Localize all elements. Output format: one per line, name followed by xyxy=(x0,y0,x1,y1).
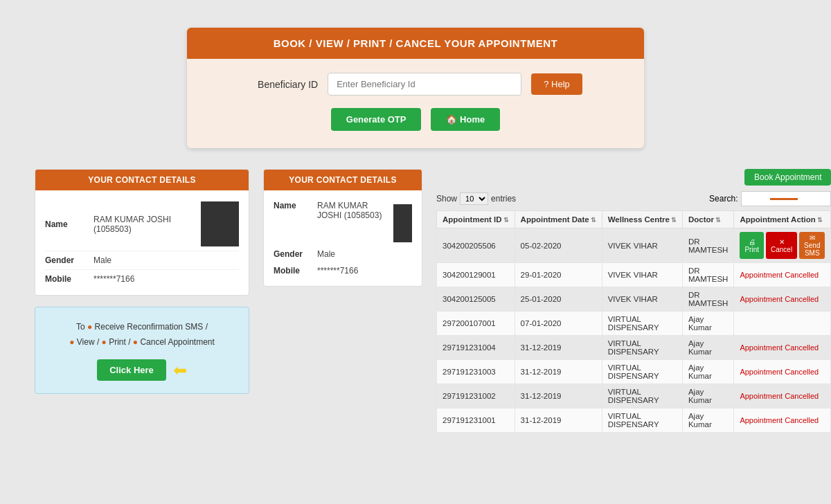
beneficiary-label: Beneficiary ID xyxy=(249,79,318,90)
cell-doctor: Ajay Kumar xyxy=(682,384,734,408)
page-title: BOOK / VIEW / PRINT / CANCEL YOUR APPOIN… xyxy=(187,28,644,59)
cell-appt-id: 297191231001 xyxy=(437,408,515,433)
photo-placeholder xyxy=(201,201,239,246)
contact-card-middle: YOUR CONTACT DETAILS Name RAM KUMAR JOSH… xyxy=(263,169,422,287)
contact-card-middle-body: Name RAM KUMAR JOSHI (1058503) Gender Ma… xyxy=(264,190,422,286)
cell-doctor: Ajay Kumar xyxy=(682,312,734,336)
photo-placeholder2 xyxy=(393,204,412,242)
action-buttons: Generate OTP 🏠 Home xyxy=(208,108,623,131)
home-button[interactable]: 🏠 Home xyxy=(431,108,500,131)
cell-appt-date: 07-01-2020 xyxy=(515,312,602,336)
cell-doctor: Ajay Kumar xyxy=(682,408,734,433)
table-row: 297191231003 31-12-2019 VIRTUAL DISPENSA… xyxy=(437,360,831,384)
cell-appt-date: 05-02-2020 xyxy=(515,228,602,263)
accent-line xyxy=(770,198,798,200)
table-row: 297191231001 31-12-2019 VIRTUAL DISPENSA… xyxy=(437,408,831,433)
status-cancelled: Appointment Cancelled xyxy=(740,416,819,424)
cell-action: Appointment Cancelled xyxy=(734,263,831,287)
cell-appt-date: 31-12-2019 xyxy=(515,384,602,408)
cell-action: Appointment Cancelled xyxy=(734,408,831,433)
cell-appt-id: 297191231004 xyxy=(437,336,515,360)
sms-box: To ● Receive Reconfirmation SMS / ● View… xyxy=(35,307,249,394)
send-sms-button[interactable]: ✉ Send SMS xyxy=(799,232,825,259)
cell-appt-date: 31-12-2019 xyxy=(515,336,602,360)
cell-doctor: DR MAMTESH xyxy=(682,228,734,263)
cell-appt-id: 304200129001 xyxy=(437,263,515,287)
print-button[interactable]: 🖨 Print xyxy=(740,232,764,259)
cell-wellness: VIRTUAL DISPENSARY xyxy=(602,384,682,408)
click-here-button[interactable]: Click Here xyxy=(97,359,166,381)
mobile-label2: Mobile xyxy=(274,266,312,276)
contact-card-left: YOUR CONTACT DETAILS Name RAM KUMAR JOSH… xyxy=(35,169,249,296)
cell-wellness: VIVEK VIHAR xyxy=(602,287,682,312)
cell-appt-id: 304200205506 xyxy=(437,228,515,263)
cell-wellness: VIRTUAL DISPENSARY xyxy=(602,336,682,360)
generate-otp-button[interactable]: Generate OTP xyxy=(331,108,422,131)
cell-action: Appointment Cancelled xyxy=(734,360,831,384)
contact-row2-name: Name RAM KUMAR JOSHI (1058503) xyxy=(274,197,412,246)
mobile-value2: *******7166 xyxy=(317,266,358,276)
beneficiary-row: Beneficiary ID ? Help xyxy=(208,73,623,96)
appointments-table: Appointment ID⇅ Appointment Date⇅ Wellne… xyxy=(436,210,831,433)
table-row: 297191231002 31-12-2019 VIRTUAL DISPENSA… xyxy=(437,384,831,408)
right-panel: Book Appointment Show 10 25 50 entries S… xyxy=(436,169,831,433)
book-appt-bar: Book Appointment xyxy=(436,169,831,186)
col-wellness: Wellness Centre⇅ xyxy=(602,211,682,228)
cell-doctor: DR MAMTESH xyxy=(682,263,734,287)
entries-select[interactable]: 10 25 50 xyxy=(460,192,488,205)
col-doctor: Doctor⇅ xyxy=(682,211,734,228)
name-label2: Name xyxy=(274,201,312,210)
book-appointment-button[interactable]: Book Appointment xyxy=(744,169,831,186)
contact-row-gender: Gender Male xyxy=(45,251,239,270)
cell-action: 🖨 Print ✕ Cancel ✉ Send SMS xyxy=(734,228,831,263)
contact-row-mobile: Mobile *******7166 xyxy=(45,270,239,288)
cell-action: Appointment Cancelled xyxy=(734,384,831,408)
left-panel: YOUR CONTACT DETAILS Name RAM KUMAR JOSH… xyxy=(35,169,249,433)
sms-text: To ● Receive Reconfirmation SMS / ● View… xyxy=(46,320,238,350)
cell-wellness: VIRTUAL DISPENSARY xyxy=(602,408,682,433)
cell-action xyxy=(734,312,831,336)
help-button[interactable]: ? Help xyxy=(531,73,582,95)
table-row: 304200205506 05-02-2020 VIVEK VIHAR DR M… xyxy=(437,228,831,263)
table-row: 304200125005 25-01-2020 VIVEK VIHAR DR M… xyxy=(437,287,831,312)
cancel-button[interactable]: ✕ Cancel xyxy=(766,232,797,259)
name-label: Name xyxy=(45,219,87,229)
status-cancelled: Appointment Cancelled xyxy=(740,368,819,376)
status-cancelled: Appointment Cancelled xyxy=(740,343,819,352)
entries-label: entries xyxy=(491,194,516,204)
name-value2: RAM KUMAR JOSHI (1058503) xyxy=(317,201,388,220)
cell-wellness: VIVEK VIHAR xyxy=(602,228,682,263)
cell-doctor: Ajay Kumar xyxy=(682,336,734,360)
cell-wellness: VIRTUAL DISPENSARY xyxy=(602,312,682,336)
show-entries: Show 10 25 50 entries xyxy=(436,192,516,205)
contact-row2-mobile: Mobile *******7166 xyxy=(274,262,412,279)
mobile-value: *******7166 xyxy=(93,274,239,284)
top-card: BOOK / VIEW / PRINT / CANCEL YOUR APPOIN… xyxy=(187,28,644,148)
mobile-label: Mobile xyxy=(45,274,87,284)
cell-appt-date: 29-01-2020 xyxy=(515,263,602,287)
beneficiary-input[interactable] xyxy=(328,73,521,96)
cell-wellness: VIVEK VIHAR xyxy=(602,263,682,287)
cell-wellness: VIRTUAL DISPENSARY xyxy=(602,360,682,384)
table-row: 297200107001 07-01-2020 VIRTUAL DISPENSA… xyxy=(437,312,831,336)
col-action: Appointment Action⇅ xyxy=(734,211,831,228)
cell-appt-date: 31-12-2019 xyxy=(515,360,602,384)
col-appt-date: Appointment Date⇅ xyxy=(515,211,602,228)
table-row: 297191231004 31-12-2019 VIRTUAL DISPENSA… xyxy=(437,336,831,360)
cell-appt-id: 297191231003 xyxy=(437,360,515,384)
form-body: Beneficiary ID ? Help Generate OTP 🏠 Hom… xyxy=(187,59,644,148)
gender-value: Male xyxy=(93,255,239,265)
cell-doctor: Ajay Kumar xyxy=(682,360,734,384)
cell-appt-date: 25-01-2020 xyxy=(515,287,602,312)
gender-label: Gender xyxy=(45,255,87,265)
status-cancelled: Appointment Cancelled xyxy=(740,295,819,303)
gender-label2: Gender xyxy=(274,249,312,259)
col-appt-id: Appointment ID⇅ xyxy=(437,211,515,228)
show-label: Show xyxy=(436,194,457,204)
gender-value2: Male xyxy=(317,249,335,259)
cell-appt-date: 31-12-2019 xyxy=(515,408,602,433)
status-cancelled: Appointment Cancelled xyxy=(740,392,819,400)
contact-card-left-header: YOUR CONTACT DETAILS xyxy=(35,170,249,190)
contact-card-left-body: Name RAM KUMAR JOSHI (1058503) Gender Ma… xyxy=(35,190,249,295)
status-cancelled: Appointment Cancelled xyxy=(740,271,819,279)
